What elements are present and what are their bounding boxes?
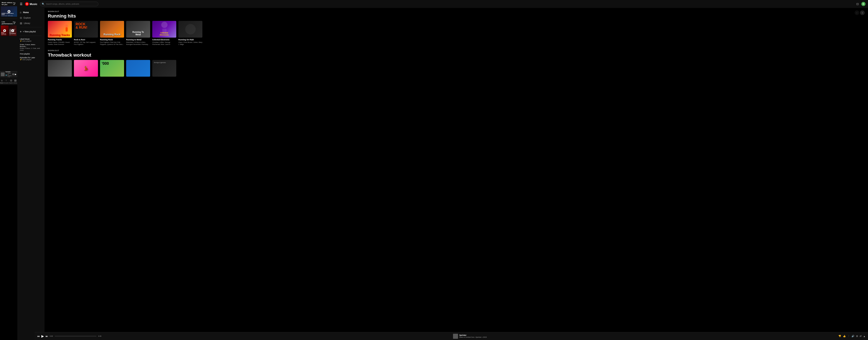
- card-running-metal[interactable]: Running ToMetal Running to Metal Disturb…: [126, 21, 150, 46]
- video-thumb-2[interactable]: Hotel California Song • Eagles: [1, 26, 8, 36]
- card-artists-0: Calvin Harris, FISHER, David Guetta, Duk…: [48, 41, 72, 46]
- running-metal-text: Running ToMetal: [132, 31, 144, 36]
- mobile-nav-explore[interactable]: ◎ Explore: [9, 79, 13, 84]
- sidebar-divider-2: [20, 36, 42, 36]
- nav-explore-label: Explore: [9, 82, 13, 84]
- mobile-nav-home[interactable]: ⌂ Home: [0, 79, 4, 84]
- sidebar-item-explore[interactable]: ◎ Explore: [17, 15, 44, 21]
- content-area: ⌂ Home ◎ Explore ▤ Library + + New playl…: [17, 8, 217, 85]
- search-input[interactable]: [46, 3, 96, 5]
- card-title-2: Running Rock: [100, 39, 124, 41]
- playlist-drake-name: Drake, Future, Metro Boomin...: [20, 44, 42, 48]
- nav-samples-label: Samples: [4, 82, 8, 84]
- explore-icon: ◎: [10, 79, 12, 82]
- throwback-card-1[interactable]: [48, 60, 72, 78]
- youtube-logo: [25, 2, 29, 6]
- sidebar-item-home[interactable]: ⌂ Home: [17, 10, 44, 15]
- library-icon: ▤: [14, 79, 17, 82]
- card-artists-3: Disturbed, Of Mice & Men, Avenged Sevenf…: [126, 41, 150, 46]
- throwback-text-3: '000: [102, 62, 109, 65]
- sidebar-library-label: Library: [24, 22, 30, 25]
- play-mini-btn[interactable]: ▶: [15, 73, 17, 75]
- throwback-card-4[interactable]: [126, 60, 150, 78]
- video-thumb-3[interactable]: "NOT LIKE US" KENDRICK LAMAR DRE (FULL P…: [9, 26, 17, 36]
- logo: Music: [25, 2, 37, 6]
- card-running-tracks[interactable]: Running Tracks Calvin Harris, FISHER, Da…: [48, 21, 72, 46]
- search-icon: 🔍: [42, 3, 45, 5]
- sidebar: ⌂ Home ◎ Explore ▤ Library + + New playl…: [17, 8, 44, 85]
- card-title-3: Running to Metal: [126, 39, 150, 41]
- mobile-section2-title: Live performances: [2, 21, 13, 25]
- mobile-play-all-2[interactable]: Play all: [13, 21, 16, 24]
- card-thumb-running-rock: Running Rock: [100, 21, 124, 38]
- throwback-card-3[interactable]: '000: [100, 60, 124, 78]
- search-bar[interactable]: 🔍: [40, 2, 98, 6]
- throwback-thumb-4: [126, 60, 150, 76]
- card-title-0: Running Tracks: [48, 39, 72, 41]
- card-thumb-rock-run: Rock& Run!: [74, 21, 98, 38]
- new-playlist-label: + New playlist: [23, 30, 36, 33]
- throwback-card-5[interactable]: Enrique Iglesias: [152, 60, 176, 78]
- running-figure: [63, 24, 70, 37]
- card-title-5: Running On R&B: [178, 39, 203, 41]
- playlist-first-name: First playlist: [20, 53, 42, 55]
- mini-player: Sprinter 📺 Dave & Central Cee ⊡ ▶: [0, 71, 17, 77]
- plus-icon: +: [20, 30, 22, 33]
- mobile-nav-library[interactable]: ▤ Library: [13, 79, 17, 84]
- workout-section-2: WORKOUT Throwback workout 💃 '000: [48, 50, 217, 79]
- mini-title: Sprinter: [5, 71, 11, 72]
- card-artists-4: Christian Löffler, George FitzGerald, El…: [152, 41, 176, 46]
- card-artists-5: Ciara, Chris Brown, Usher, Mary J. Blige: [178, 41, 203, 46]
- workout-section-1: WORKOUT Running hits ‹ › Running Tra: [48, 10, 217, 47]
- throwback-text-5: Enrique Iglesias: [154, 62, 166, 63]
- video-thumb-main[interactable]: I KNOW ? (Official Music Video) Travis S…: [1, 6, 17, 17]
- card-artists-2: Foo Fighters, Red Hot Chili Peppers, Que…: [100, 41, 124, 46]
- explore-nav-icon: ◎: [20, 16, 22, 19]
- throwback-card-2[interactable]: 💃: [74, 60, 98, 78]
- video3-info: "NOT LIKE US" KENDRICK LAMAR DRE (FULL P…: [9, 29, 17, 35]
- workout-label-1: WORKOUT: [48, 10, 76, 12]
- main-content: WORKOUT Running hits ‹ › Running Tra: [44, 8, 217, 85]
- sidebar-playlist-liked[interactable]: Liked Music ⚡ Auto playlist: [17, 37, 44, 43]
- playlist-episodes-sub: ⚡ Auto playlist: [20, 59, 42, 61]
- play-icon: [7, 10, 10, 13]
- new-playlist-btn[interactable]: + + New playlist: [17, 29, 44, 34]
- throwback-text-2: 💃: [83, 66, 89, 71]
- sidebar-playlist-episodes[interactable]: Episodes for Later ⚡ Auto playlist: [17, 56, 44, 61]
- mobile-play-all-1[interactable]: Play all: [12, 2, 16, 5]
- hamburger-btn[interactable]: ☰: [20, 2, 23, 6]
- card-running-rock[interactable]: Running Rock Running Rock Foo Fighters, …: [100, 21, 124, 46]
- mobile-section1-header: Music videos for you Play all: [0, 0, 17, 6]
- sidebar-home-label: Home: [23, 11, 29, 13]
- lightning-icon: ⚡: [20, 40, 22, 42]
- samples-icon: ↑: [6, 79, 7, 82]
- card-celestial[interactable]: CelestialElectronic Celestial Electronic…: [152, 21, 176, 46]
- card-thumb-running-tracks: [48, 21, 72, 38]
- card-thumb-rnb: [178, 21, 203, 38]
- throwback-row: 💃 '000 Enrique Iglesias: [48, 60, 217, 79]
- library-nav-icon: ▤: [20, 22, 22, 25]
- throwback-thumb-1: [48, 60, 72, 76]
- home-icon: ⌂: [1, 79, 2, 82]
- playlist-drake-sub: Drake, Future, J. Cole, and more: [20, 48, 42, 51]
- mobile-bottom-nav: ⌂ Home ↑ Samples ◎ Explore ▤ Library: [0, 77, 17, 85]
- sidebar-playlist-drake[interactable]: Drake, Future, Metro Boomin... Drake, Fu…: [17, 43, 44, 52]
- workout-label-2: WORKOUT: [48, 50, 217, 52]
- cast-mini-btn[interactable]: ⊡: [12, 73, 14, 75]
- section-title-1: Running hits: [48, 13, 76, 19]
- playlist-episodes-name: Episodes for Later: [20, 57, 42, 59]
- card-rnb[interactable]: Running On R&B Ciara, Chris Brown, Usher…: [178, 21, 203, 46]
- video1-title: I KNOW ? (Official Music Video) Travis S…: [1, 13, 17, 17]
- sidebar-playlist-first[interactable]: First playlist: [17, 52, 44, 56]
- home-nav-icon: ⌂: [20, 11, 21, 14]
- throwback-thumb-2: 💃: [74, 60, 98, 76]
- card-thumb-celestial: CelestialElectronic: [152, 21, 176, 38]
- card-thumb-running-metal: Running ToMetal: [126, 21, 150, 38]
- card-rock-run[interactable]: Rock& Run! Rock & Run! AC/DC, ZZ Top, De…: [74, 21, 98, 46]
- card-artists-1: AC/DC, ZZ Top, Def Leppard, Foo Fighters: [74, 41, 98, 46]
- section-title-2: Throwback workout: [48, 53, 217, 58]
- throwback-thumb-5: Enrique Iglesias: [152, 60, 176, 76]
- running-hits-row: Running Tracks Calvin Harris, FISHER, Da…: [48, 21, 217, 47]
- mobile-nav-samples[interactable]: ↑ Samples: [4, 79, 8, 84]
- sidebar-item-library[interactable]: ▤ Library: [17, 21, 44, 26]
